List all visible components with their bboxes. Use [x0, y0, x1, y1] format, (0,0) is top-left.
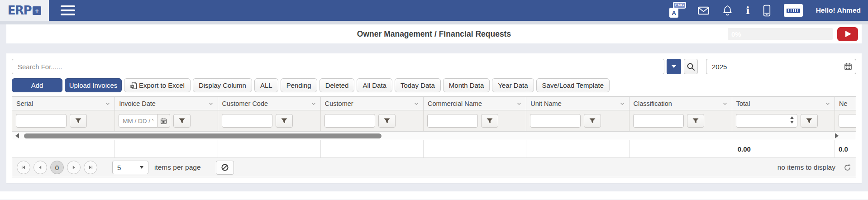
chevron-down-icon: [672, 65, 676, 68]
export-to-excel-button[interactable]: Export to Excel: [124, 78, 191, 92]
filter-button-invoice-date[interactable]: [173, 114, 191, 128]
avatar-company-logo: [787, 9, 800, 13]
add-button[interactable]: Add: [12, 78, 62, 92]
main-panel: Add Upload Invoices Export to Excel Disp…: [6, 53, 862, 183]
year-input[interactable]: [706, 59, 856, 74]
footer-cell: [12, 140, 115, 157]
erp-logo-text: ERP: [8, 4, 31, 17]
search-options-dropdown-button[interactable]: [667, 59, 681, 74]
column-header-total[interactable]: Total: [732, 97, 835, 110]
grid-pager: 0 5 items per page no items to display: [12, 158, 856, 177]
save-load-template-button[interactable]: Save/Load Template: [536, 78, 610, 92]
filter-all-button[interactable]: ALL: [254, 78, 278, 92]
grid-filter-row: [12, 110, 856, 132]
funnel-icon: [383, 117, 391, 124]
footer-cell: [321, 140, 424, 157]
filter-year-data-button[interactable]: Year Data: [492, 78, 534, 92]
pager-status-label: no items to display: [777, 163, 835, 171]
horizontal-scrollbar-thumb[interactable]: [24, 133, 382, 138]
bottom-strip: [0, 191, 868, 200]
title-bar: Owner Management / Financial Requests 0%: [6, 24, 862, 43]
footer-net-sum: 0.0: [835, 140, 856, 157]
number-spinner[interactable]: [790, 116, 794, 124]
chevron-down-icon[interactable]: [722, 101, 728, 106]
chevron-down-icon[interactable]: [414, 101, 419, 106]
next-page-icon: [71, 164, 77, 171]
mobile-app-icon[interactable]: [763, 5, 771, 17]
spinner-down-icon[interactable]: [790, 121, 794, 124]
filter-input-customer[interactable]: [324, 114, 375, 128]
filter-cell-unit-name: [526, 110, 629, 131]
filter-button-classification[interactable]: [687, 114, 704, 128]
filter-month-data-button[interactable]: Month Data: [443, 78, 490, 92]
filter-pending-button[interactable]: Pending: [281, 78, 317, 92]
filter-cell-customer-code: [218, 110, 321, 131]
filter-input-invoice-date[interactable]: [119, 114, 157, 128]
filter-input-customer-code[interactable]: [222, 114, 272, 128]
search-button[interactable]: [684, 59, 698, 74]
upload-invoices-button[interactable]: Upload Invoices: [65, 78, 122, 92]
notifications-bell-icon[interactable]: [722, 5, 733, 16]
column-header-invoice-date[interactable]: Invoice Date: [115, 97, 218, 110]
chevron-down-icon[interactable]: [516, 101, 522, 106]
video-help-button[interactable]: [837, 27, 858, 41]
column-header-customer-code[interactable]: Customer Code: [218, 97, 321, 110]
column-header-customer[interactable]: Customer: [321, 97, 424, 110]
scroll-right-icon[interactable]: [835, 133, 839, 138]
filter-input-unit-name[interactable]: [530, 114, 581, 128]
filter-input-net[interactable]: [839, 114, 856, 128]
chevron-down-icon[interactable]: [620, 101, 625, 106]
filter-cell-net-cut: [835, 110, 856, 131]
previous-page-icon: [37, 164, 43, 171]
refresh-icon[interactable]: [844, 164, 851, 171]
footer-total-sum: 0.00: [732, 140, 835, 157]
mail-icon[interactable]: [698, 6, 709, 15]
chevron-down-icon[interactable]: [311, 101, 316, 106]
last-page-button[interactable]: [84, 161, 97, 174]
search-input[interactable]: [12, 59, 664, 74]
filter-button-customer-code[interactable]: [276, 114, 293, 128]
info-icon[interactable]: i: [746, 5, 749, 15]
scroll-left-icon[interactable]: [15, 133, 19, 138]
chevron-down-icon[interactable]: [825, 101, 830, 106]
current-page-button[interactable]: 0: [50, 161, 64, 174]
filter-input-total[interactable]: [736, 114, 797, 128]
first-page-button[interactable]: [17, 161, 30, 174]
clear-filters-button[interactable]: [216, 161, 234, 175]
chevron-down-icon: [140, 166, 143, 169]
filter-input-classification[interactable]: [633, 114, 684, 128]
display-column-button[interactable]: Display Column: [193, 78, 252, 92]
filter-all-data-button[interactable]: All Data: [357, 78, 392, 92]
filter-button-serial[interactable]: [70, 114, 87, 128]
column-header-commercial-name[interactable]: Commercial Name: [424, 97, 526, 110]
calendar-icon[interactable]: [844, 62, 852, 72]
filter-button-customer[interactable]: [378, 114, 396, 128]
funnel-icon: [178, 117, 186, 124]
page-size-select[interactable]: 5: [112, 161, 148, 174]
spinner-up-icon[interactable]: [790, 116, 794, 119]
filter-today-data-button[interactable]: Today Data: [395, 78, 441, 92]
chevron-down-icon[interactable]: [105, 101, 110, 106]
filter-button-commercial-name[interactable]: [481, 114, 498, 128]
calendar-icon[interactable]: [157, 114, 170, 128]
filter-deleted-button[interactable]: Deleted: [320, 78, 355, 92]
filter-input-commercial-name[interactable]: [427, 114, 478, 128]
funnel-icon: [589, 117, 596, 124]
filter-button-unit-name[interactable]: [584, 114, 601, 128]
erp-logo[interactable]: ERP +: [0, 0, 49, 21]
items-per-page-label: items per page: [154, 163, 201, 171]
column-header-unit-name[interactable]: Unit Name: [526, 97, 629, 110]
next-page-button[interactable]: [67, 161, 81, 174]
column-header-serial[interactable]: Serial: [12, 97, 115, 110]
language-switch-icon[interactable]: A ENG: [668, 2, 685, 19]
previous-page-button[interactable]: [33, 161, 47, 174]
filter-input-serial[interactable]: [16, 114, 67, 128]
filter-button-total[interactable]: [801, 114, 818, 128]
user-avatar[interactable]: [784, 4, 803, 17]
column-header-classification[interactable]: Classification: [630, 97, 732, 110]
column-header-net-cut[interactable]: Ne: [835, 97, 856, 110]
footer-cell: [630, 140, 732, 157]
chevron-down-icon[interactable]: [208, 101, 214, 106]
menu-toggle-icon[interactable]: [61, 3, 75, 18]
filter-cell-classification: [630, 110, 732, 131]
